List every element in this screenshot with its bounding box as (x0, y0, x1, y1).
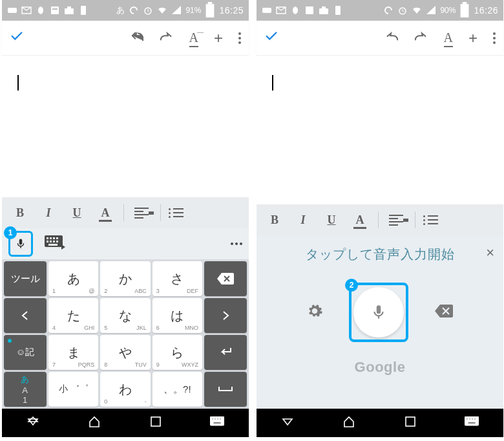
sync-icon (383, 5, 394, 16)
undo-button[interactable] (130, 30, 144, 47)
svg-rect-0 (8, 8, 17, 13)
nav-keyboard[interactable] (465, 416, 479, 429)
overflow-menu[interactable] (238, 32, 241, 44)
nav-home[interactable] (342, 415, 355, 431)
battery-icon (205, 5, 215, 16)
nav-recent[interactable] (404, 416, 416, 430)
bold-button[interactable]: B (6, 197, 34, 228)
calendar-icon (50, 5, 60, 16)
italic-button[interactable]: I (34, 197, 63, 228)
phone-icon (78, 5, 89, 16)
overflow-menu[interactable] (493, 32, 496, 44)
insert-button[interactable]: + (468, 29, 478, 47)
key-ha[interactable]: は6MNO (152, 298, 202, 333)
key-ra[interactable]: ら9WXYZ (152, 335, 202, 370)
svg-rect-18 (48, 244, 58, 246)
nav-keyboard[interactable] (210, 416, 224, 429)
key-left[interactable] (4, 298, 47, 333)
align-button[interactable] (128, 208, 156, 219)
undo-button[interactable] (384, 30, 399, 47)
format-bar: B I U A (257, 204, 503, 235)
list-button[interactable] (419, 215, 448, 225)
redo-button[interactable] (414, 30, 428, 47)
nav-bar (2, 409, 249, 437)
svg-rect-15 (50, 241, 52, 242)
key-a[interactable]: あ1@ (48, 261, 98, 296)
key-ma[interactable]: ま7PQRS (48, 335, 98, 370)
close-button[interactable]: × (486, 244, 494, 261)
battery-icon (459, 5, 470, 16)
key-enter[interactable] (204, 335, 247, 370)
svg-rect-5 (81, 6, 86, 15)
done-button[interactable] (10, 29, 24, 47)
text-format-button[interactable]: A (444, 30, 453, 45)
battery-text: 90% (440, 6, 456, 15)
key-small[interactable]: 小 ゛゜ (48, 372, 98, 407)
key-ka[interactable]: か2ABC (100, 261, 150, 296)
underline-button[interactable]: U (63, 197, 91, 228)
key-backspace[interactable] (204, 261, 247, 296)
ime-mode: あ (116, 5, 125, 16)
nav-back[interactable] (26, 415, 39, 431)
key-right[interactable] (204, 298, 247, 333)
underline-button[interactable]: U (317, 204, 346, 235)
ime-more[interactable] (231, 242, 242, 245)
text-cursor (272, 75, 273, 91)
redo-button[interactable] (160, 30, 174, 47)
text-color-button[interactable]: A (91, 197, 120, 228)
key-punct[interactable]: 、。?! (152, 372, 202, 407)
svg-rect-32 (461, 4, 469, 17)
svg-rect-17 (56, 241, 58, 242)
alarm-icon (397, 5, 408, 16)
text-color-button[interactable]: A (346, 204, 374, 235)
key-space[interactable] (204, 372, 247, 407)
align-button[interactable] (383, 215, 411, 226)
phone-icon (333, 5, 343, 16)
keyboard-select-icon[interactable] (45, 235, 65, 252)
document-area[interactable] (2, 56, 249, 197)
svg-rect-36 (467, 418, 468, 420)
step-callout: 1 (4, 226, 17, 239)
key-wa[interactable]: わ0- (100, 372, 150, 407)
svg-rect-37 (469, 418, 470, 420)
alarm-icon (143, 5, 153, 16)
key-mode[interactable]: あA1 (4, 372, 47, 407)
key-sa[interactable]: さ3DEF (152, 261, 202, 296)
bold-button[interactable]: B (260, 204, 289, 235)
done-button[interactable] (264, 29, 278, 47)
nav-recent[interactable] (150, 416, 162, 430)
nav-back[interactable] (281, 415, 294, 431)
battery-text: 91% (185, 6, 201, 15)
voice-input-button[interactable]: 1 (8, 231, 33, 257)
svg-rect-21 (212, 418, 213, 420)
svg-rect-40 (468, 422, 476, 424)
key-ya[interactable]: や8TUV (100, 335, 150, 370)
list-button[interactable] (165, 208, 193, 218)
mic-button[interactable]: 2 (349, 283, 408, 342)
nav-home[interactable] (88, 415, 101, 431)
svg-rect-23 (217, 418, 218, 420)
key-ta[interactable]: た4GHI (48, 298, 98, 333)
svg-rect-28 (319, 8, 328, 14)
status-bar: 90% 16:26 (257, 0, 503, 21)
ime-toolbar: 1 (2, 228, 249, 259)
insert-button[interactable]: + (214, 29, 223, 47)
backspace-button[interactable] (434, 304, 454, 321)
key-tool[interactable]: ツール (4, 261, 47, 296)
key-emoji[interactable]: ☺記 (4, 335, 47, 370)
svg-rect-22 (215, 418, 216, 420)
signal-icon (171, 5, 182, 16)
sync-icon (129, 5, 139, 16)
text-format-button[interactable]: A— (189, 30, 198, 45)
document-area[interactable] (257, 56, 503, 204)
settings-button[interactable] (306, 303, 323, 322)
italic-button[interactable]: I (289, 204, 317, 235)
text-cursor (17, 75, 19, 91)
briefcase-icon (64, 5, 74, 16)
voice-prompt: タップして音声入力開始 (306, 246, 455, 263)
svg-rect-24 (220, 418, 221, 420)
key-na[interactable]: な5JKL (100, 298, 150, 333)
svg-rect-11 (50, 237, 52, 239)
calendar-icon (304, 5, 315, 16)
svg-rect-19 (151, 417, 160, 426)
